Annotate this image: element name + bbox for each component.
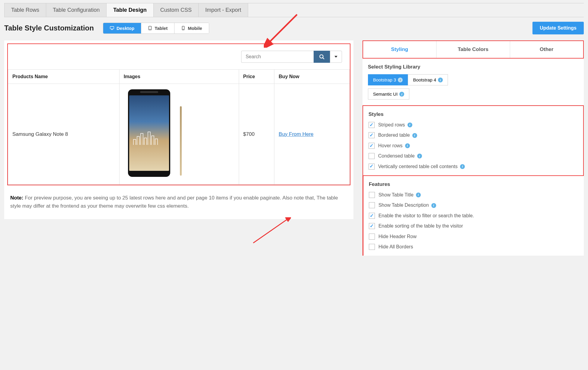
col-price[interactable]: Price	[239, 70, 274, 84]
device-mobile-button[interactable]: Mobile	[174, 23, 209, 33]
cell-buy: Buy From Here	[274, 84, 350, 185]
style-hover-rows: Hover rows i	[369, 142, 578, 149]
info-icon[interactable]: i	[438, 78, 443, 82]
search-input[interactable]	[241, 51, 314, 63]
svg-point-5	[320, 55, 323, 58]
col-buy-now[interactable]: Buy Now	[274, 70, 350, 84]
checkbox-vertically-centered[interactable]	[369, 164, 375, 170]
svg-point-2	[150, 29, 150, 30]
side-tab-table-colors[interactable]: Table Colors	[436, 41, 510, 58]
tab-table-rows[interactable]: Table Rows	[4, 3, 46, 17]
feature-enable-sorting: Enable sorting of the table by the visit…	[369, 223, 578, 229]
mobile-icon	[181, 26, 185, 30]
styles-section: Styles Striped rows i Bordered table i H…	[363, 105, 584, 176]
lib-semanticui-button[interactable]: Semantic UI i	[368, 88, 410, 100]
search-icon	[319, 54, 324, 59]
feature-label: Hide All Borders	[379, 244, 413, 250]
col-images[interactable]: Images	[119, 70, 239, 84]
device-toggle: Desktop Tablet Mobile	[103, 23, 209, 34]
tablet-icon	[148, 26, 152, 30]
lib-bootstrap4-button[interactable]: Bootstrap 4 i	[408, 74, 448, 85]
checkbox-hide-borders[interactable]	[369, 244, 375, 250]
checkbox-show-title[interactable]	[369, 192, 375, 198]
info-icon[interactable]: i	[407, 123, 412, 127]
style-striped-rows: Striped rows i	[369, 122, 578, 128]
styling-library-section: Select Styling Library Bootstrap 3 i Boo…	[363, 59, 584, 105]
checkbox-bordered-table[interactable]	[369, 132, 375, 138]
feature-enable-filter: Enable the visitor to filter or search t…	[369, 212, 578, 219]
device-desktop-label: Desktop	[117, 26, 134, 31]
checkbox-hide-header[interactable]	[369, 234, 375, 240]
checkbox-show-description[interactable]	[369, 202, 375, 208]
checkbox-enable-sorting[interactable]	[369, 223, 375, 229]
info-icon[interactable]: i	[431, 203, 436, 208]
style-label: Vertically centered table cell contents	[378, 163, 458, 170]
styles-title: Styles	[369, 111, 578, 117]
caret-down-icon	[334, 56, 337, 58]
styling-library-title: Select Styling Library	[368, 64, 578, 70]
style-label: Striped rows	[378, 122, 405, 128]
main-layout: Products Name Images Price Buy Now Samsu…	[4, 40, 584, 256]
svg-rect-0	[110, 27, 114, 29]
info-icon[interactable]: i	[398, 78, 403, 82]
feature-label: Show Table Description	[379, 202, 429, 209]
cell-product-name: Samsung Galaxy Note 8	[8, 84, 120, 185]
info-icon[interactable]: i	[416, 193, 421, 197]
features-section: Features Show Table Title i Show Table D…	[363, 176, 584, 256]
device-desktop-button[interactable]: Desktop	[103, 23, 141, 33]
tab-table-design[interactable]: Table Design	[106, 3, 154, 17]
feature-hide-header: Hide Header Row	[369, 233, 578, 240]
info-icon[interactable]: i	[460, 164, 465, 169]
side-tab-styling[interactable]: Styling	[363, 41, 436, 58]
search-button[interactable]	[314, 51, 330, 63]
search-bar	[8, 44, 350, 69]
feature-show-title: Show Table Title i	[369, 192, 578, 198]
style-vertically-centered: Vertically centered table cell contents …	[369, 163, 578, 170]
style-label: Bordered table	[378, 132, 410, 139]
feature-show-description: Show Table Description i	[369, 202, 578, 209]
lib-semanticui-label: Semantic UI	[373, 91, 398, 97]
tab-custom-css[interactable]: Custom CSS	[153, 3, 199, 17]
device-tablet-label: Tablet	[155, 26, 168, 31]
checkbox-enable-filter[interactable]	[369, 213, 375, 219]
page-title: Table Style Customization	[4, 24, 94, 32]
preview-box: Products Name Images Price Buy Now Samsu…	[7, 43, 350, 185]
tab-table-configuration[interactable]: Table Configuration	[46, 3, 107, 17]
preview-panel: Products Name Images Price Buy Now Samsu…	[4, 40, 353, 219]
table-row: Samsung Galaxy Note 8	[8, 84, 350, 185]
feature-hide-borders: Hide All Borders	[369, 244, 578, 250]
col-products-name[interactable]: Products Name	[8, 70, 120, 84]
feature-label: Show Table Title	[379, 192, 414, 198]
lib-bootstrap3-label: Bootstrap 3	[373, 77, 396, 82]
tab-import-export[interactable]: Import - Export	[198, 3, 248, 17]
info-icon[interactable]: i	[405, 143, 410, 148]
note-label: Note:	[10, 195, 23, 201]
feature-label: Enable the visitor to filter or search t…	[379, 212, 474, 219]
cell-image	[119, 84, 239, 185]
product-image	[124, 88, 184, 179]
toolbar: Table Style Customization Desktop Tablet…	[4, 17, 584, 40]
svg-point-4	[183, 29, 184, 30]
features-title: Features	[369, 181, 578, 187]
product-table: Products Name Images Price Buy Now Samsu…	[8, 69, 350, 185]
info-icon[interactable]: i	[399, 92, 404, 97]
device-tablet-button[interactable]: Tablet	[141, 23, 174, 33]
update-settings-button[interactable]: Update Settings	[532, 22, 584, 34]
note-body: For preview purpose, you are seeing up t…	[10, 195, 338, 209]
search-dropdown-toggle[interactable]	[330, 51, 342, 63]
lib-bootstrap3-button[interactable]: Bootstrap 3 i	[368, 74, 408, 85]
device-mobile-label: Mobile	[188, 26, 202, 31]
style-label: Condensed table	[378, 153, 415, 159]
info-icon[interactable]: i	[417, 154, 422, 158]
side-tab-other[interactable]: Other	[510, 41, 583, 58]
info-icon[interactable]: i	[412, 133, 417, 138]
cell-price: $700	[239, 84, 274, 185]
style-bordered-table: Bordered table i	[369, 132, 578, 139]
style-condensed-table: Condensed table i	[369, 153, 578, 159]
checkbox-condensed-table[interactable]	[369, 153, 375, 159]
checkbox-hover-rows[interactable]	[369, 143, 375, 149]
table-header-row: Products Name Images Price Buy Now	[8, 70, 350, 84]
buy-link[interactable]: Buy From Here	[279, 131, 313, 137]
lib-bootstrap4-label: Bootstrap 4	[413, 77, 436, 82]
checkbox-striped-rows[interactable]	[369, 122, 375, 128]
